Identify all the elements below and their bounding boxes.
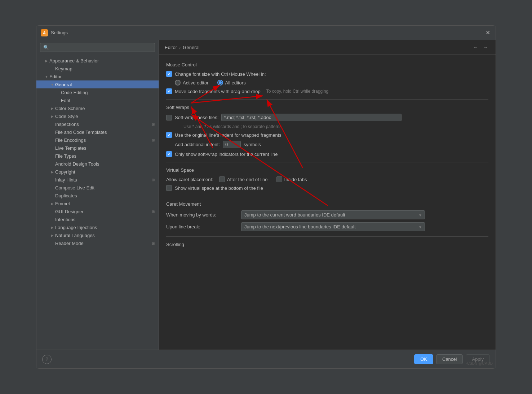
leaf-icon (49, 193, 55, 198)
help-button[interactable]: ? (42, 355, 52, 364)
close-button[interactable]: ✕ (484, 29, 491, 36)
sidebar-item-editor[interactable]: Editor (36, 73, 159, 80)
sidebar-item-color-scheme[interactable]: Color Scheme (36, 104, 159, 112)
sidebar-item-live-templates[interactable]: Live Templates (36, 144, 159, 152)
sidebar-item-inspections[interactable]: Inspections ⊞ (36, 120, 159, 128)
sidebar-item-general[interactable]: General (36, 80, 159, 88)
scrolling-title: Scrolling (166, 242, 488, 247)
chevron-icon (49, 201, 55, 206)
show-virtual-checkbox[interactable] (166, 185, 172, 191)
upon-line-break-select[interactable]: Jump to the next/previous line boundarie… (241, 222, 425, 231)
moving-by-words-select-wrapper: Jump to the current word boundaries IDE … (241, 210, 425, 219)
sidebar-item-copyright[interactable]: Copyright (36, 168, 159, 176)
sidebar-item-label: Inspections (55, 122, 79, 127)
badge-icon: ⊞ (151, 209, 156, 214)
use-original-indent-label: Use the original line's indent for wrapp… (175, 132, 281, 138)
leaf-icon (49, 185, 55, 191)
leaf-icon (49, 121, 55, 127)
breadcrumb: Editor › General (165, 45, 200, 50)
titlebar: A Settings ✕ (36, 26, 496, 40)
sidebar-item-label: Code Editing (61, 90, 88, 95)
ok-button[interactable]: OK (414, 354, 433, 364)
active-editor-radio[interactable] (175, 80, 181, 86)
sidebar-item-natural-languages[interactable]: Natural Languages (36, 231, 159, 239)
sidebar-item-font[interactable]: Font (36, 96, 159, 104)
sidebar-item-label: General (55, 82, 72, 87)
main-content: Appearance & Behavior Keymap Editor Gene… (36, 40, 496, 350)
add-indent-input[interactable] (223, 141, 241, 148)
sidebar-item-label: Compose Live Edit (55, 185, 94, 191)
sidebar-item-code-editing[interactable]: Code Editing (36, 88, 159, 96)
only-show-checkbox[interactable] (166, 151, 172, 157)
breadcrumb-parent: Editor (165, 45, 177, 50)
sidebar-item-label: Language Injections (55, 225, 97, 230)
inside-tabs-checkbox[interactable] (276, 176, 282, 182)
breadcrumb-separator: › (179, 45, 181, 50)
inside-tabs-label: Inside tabs (284, 177, 307, 182)
badge-icon: ⊞ (151, 122, 156, 127)
badge-icon: ⊞ (151, 137, 156, 143)
cancel-button[interactable]: Cancel (436, 354, 463, 364)
after-end-wrapper: After the end of line (219, 176, 268, 182)
back-button[interactable]: ← (471, 43, 480, 52)
sidebar-item-reader-mode[interactable]: Reader Mode ⊞ (36, 239, 159, 247)
chevron-icon (49, 113, 55, 119)
soft-wrap-files-checkbox[interactable] (166, 115, 172, 121)
sidebar-item-label: File Encodings (55, 137, 86, 143)
sidebar-item-file-types[interactable]: File Types (36, 152, 159, 160)
use-original-indent-checkbox[interactable] (166, 132, 172, 138)
add-indent-suffix: symbols (244, 142, 261, 147)
sidebar-item-android-design-tools[interactable]: Android Design Tools (36, 160, 159, 168)
sidebar-item-keymap[interactable]: Keymap (36, 65, 159, 73)
moving-by-words-select[interactable]: Jump to the current word boundaries IDE … (241, 210, 425, 219)
leaf-icon (49, 209, 55, 214)
allow-caret-row: Allow caret placement: After the end of … (166, 176, 488, 182)
leaf-icon (49, 145, 55, 151)
search-input[interactable] (40, 43, 155, 52)
active-editor-radio-wrapper: Active editor (175, 80, 209, 86)
add-indent-row: Add additional indent: symbols (166, 141, 488, 148)
change-font-checkbox[interactable] (166, 71, 172, 77)
move-code-checkbox[interactable] (166, 88, 172, 94)
virtual-space-title: Virtual Space (166, 167, 488, 173)
breadcrumb-current: General (183, 45, 199, 50)
sidebar-item-label: Keymap (55, 66, 72, 71)
caret-movement-title: Caret Movement (166, 201, 488, 207)
sidebar-item-inlay-hints[interactable]: Inlay Hints ⊞ (36, 176, 159, 184)
leaf-icon (55, 89, 61, 95)
sidebar: Appearance & Behavior Keymap Editor Gene… (36, 40, 159, 350)
chevron-icon (49, 232, 55, 238)
sidebar-item-emmet[interactable]: Emmet (36, 200, 159, 207)
sidebar-item-label: File and Code Templates (55, 130, 107, 135)
only-show-row: Only show soft-wrap indicators for the c… (166, 151, 488, 157)
divider-3 (166, 196, 488, 196)
forward-button[interactable]: → (481, 43, 490, 52)
sidebar-item-duplicates[interactable]: Duplicates (36, 192, 159, 200)
sidebar-item-label: Natural Languages (55, 233, 95, 238)
leaf-icon (49, 216, 55, 222)
divider-1 (166, 99, 488, 100)
upon-line-break-label: Upon line break: (166, 224, 238, 229)
sidebar-item-language-injections[interactable]: Language Injections (36, 223, 159, 231)
settings-content: Mouse Control Change font size with Ctrl… (159, 55, 496, 350)
active-editor-label: Active editor (183, 80, 209, 86)
allow-caret-label: Allow caret placement: (166, 177, 213, 182)
sidebar-item-label: Live Templates (55, 145, 86, 151)
sidebar-item-file-encodings[interactable]: File Encodings ⊞ (36, 136, 159, 144)
after-end-checkbox[interactable] (219, 176, 225, 182)
radio-row: Active editor All editors (166, 80, 488, 86)
sidebar-item-label: Color Scheme (55, 106, 85, 111)
sidebar-item-intentions[interactable]: Intentions (36, 215, 159, 223)
sidebar-item-compose-live-edit[interactable]: Compose Live Edit (36, 184, 159, 192)
sidebar-item-appearance[interactable]: Appearance & Behavior (36, 57, 159, 65)
leaf-icon (49, 137, 55, 143)
sidebar-item-code-style[interactable]: Code Style (36, 112, 159, 120)
soft-wrap-files-input[interactable] (221, 114, 402, 121)
moving-by-words-label: When moving by words: (166, 212, 238, 218)
chevron-icon (49, 169, 55, 175)
sidebar-item-file-code-templates[interactable]: File and Code Templates (36, 128, 159, 136)
upon-line-break-row: Upon line break: Jump to the next/previo… (166, 222, 488, 231)
all-editors-radio[interactable] (217, 80, 223, 86)
sidebar-item-gui-designer[interactable]: GUI Designer ⊞ (36, 207, 159, 215)
leaf-icon (49, 129, 55, 135)
